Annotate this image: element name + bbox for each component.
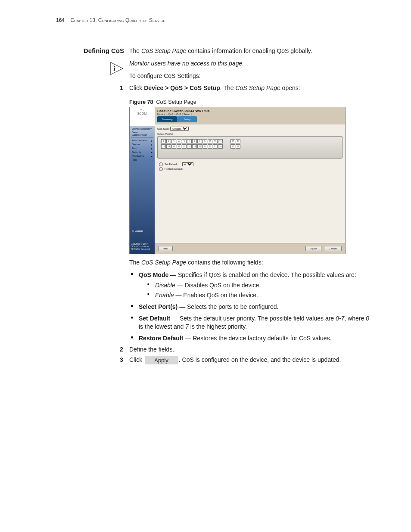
select-ports-label: Select Port(s) bbox=[155, 133, 345, 136]
port-28[interactable]: 28 bbox=[236, 144, 240, 149]
port-20[interactable]: 20 bbox=[197, 144, 202, 149]
apply-button[interactable]: Apply bbox=[305, 246, 321, 251]
tab-setup[interactable]: Setup bbox=[177, 116, 197, 122]
port-16[interactable]: 16 bbox=[177, 144, 181, 149]
port-22[interactable]: 22 bbox=[208, 144, 212, 149]
port-2[interactable]: 2 bbox=[166, 139, 171, 143]
note-text: Monitor users have no access to this pag… bbox=[129, 59, 372, 68]
port-selector[interactable]: 123456789101112 131415161718192021222324… bbox=[157, 136, 342, 159]
page-number: 164 bbox=[56, 17, 65, 23]
port-25[interactable]: 25 bbox=[230, 139, 235, 143]
field-set-default: Set Default — Sets the default user prio… bbox=[129, 314, 372, 331]
port-27[interactable]: 27 bbox=[230, 144, 235, 149]
field-qos-enable: Enable — Enables QoS on the device. bbox=[146, 291, 372, 299]
field-select-ports: Select Port(s) — Selects the ports to be… bbox=[129, 303, 372, 311]
port-21[interactable]: 21 bbox=[202, 144, 207, 149]
svg-text:i: i bbox=[113, 65, 115, 72]
port-3[interactable]: 3 bbox=[171, 139, 176, 143]
cancel-button[interactable]: Cancel bbox=[324, 246, 342, 251]
nav-help[interactable]: Help bbox=[131, 158, 153, 162]
nav-security[interactable]: Security▸ bbox=[131, 150, 153, 154]
figure-caption: Figure 78 CoS Setup Page bbox=[129, 99, 372, 105]
info-icon: i bbox=[109, 61, 124, 76]
breadcrumb: Device > QoS > CoS [ Setup ] bbox=[155, 113, 345, 116]
nav-save-config[interactable]: Save Configuration bbox=[131, 131, 153, 137]
set-default-select[interactable]: 0 bbox=[182, 162, 193, 166]
port-4[interactable]: 4 bbox=[177, 139, 181, 143]
port-23[interactable]: 23 bbox=[213, 144, 218, 149]
nav-device[interactable]: Device▸ bbox=[131, 143, 153, 146]
port-12[interactable]: 12 bbox=[218, 139, 223, 143]
copyright: Copyright © 2007 3Com Corporation. All R… bbox=[131, 243, 153, 250]
qos-mode-select[interactable]: Disable bbox=[170, 127, 189, 131]
port-18[interactable]: 18 bbox=[187, 144, 192, 149]
apply-button-inline[interactable]: Apply bbox=[145, 356, 178, 364]
device-title: Baseline Switch 2924-PWR Plus bbox=[155, 107, 345, 113]
port-6[interactable]: 6 bbox=[187, 139, 192, 143]
radio-set-default[interactable]: Set Default 0 bbox=[159, 162, 341, 167]
step-3: 3 Click Apply. CoS is configured on the … bbox=[129, 356, 372, 364]
intro-text: The CoS Setup Page contains information … bbox=[129, 47, 372, 55]
tab-summary[interactable]: Summary bbox=[157, 116, 177, 122]
port-15[interactable]: 15 bbox=[171, 144, 176, 149]
radio-restore-default[interactable]: Restore Default bbox=[159, 167, 341, 171]
logo: ෆ୧ 3COM bbox=[130, 107, 155, 126]
port-26[interactable]: 26 bbox=[236, 139, 240, 143]
port-14[interactable]: 14 bbox=[166, 144, 171, 149]
subintro-text: To configure CoS Settings: bbox=[129, 72, 372, 80]
field-qos-disable: Disable — Disables QoS on the device. bbox=[146, 281, 372, 289]
page-header: 164 Chapter 13: Configuring Quality of S… bbox=[56, 17, 372, 23]
qos-mode-label: QoS Mode bbox=[157, 128, 170, 130]
port-1[interactable]: 1 bbox=[161, 139, 166, 143]
step-1: 1 Click Device > QoS > CoS Setup. The Co… bbox=[129, 84, 372, 342]
port-7[interactable]: 7 bbox=[192, 139, 197, 143]
port-19[interactable]: 19 bbox=[192, 144, 197, 149]
nav-device-summary[interactable]: Device Summary bbox=[131, 127, 153, 131]
help-button[interactable]: Help bbox=[158, 246, 173, 251]
port-9[interactable]: 9 bbox=[202, 139, 207, 143]
port-10[interactable]: 10 bbox=[208, 139, 212, 143]
nav-port[interactable]: Port▸ bbox=[131, 146, 153, 150]
chapter-title: Chapter 13: Configuring Quality of Servi… bbox=[70, 17, 165, 23]
fields-intro: The CoS Setup Page contains the followin… bbox=[129, 258, 372, 267]
port-8[interactable]: 8 bbox=[197, 139, 202, 143]
section-heading: Defining CoS bbox=[84, 47, 124, 54]
logout-link[interactable]: ⎋ Logout bbox=[132, 230, 143, 232]
field-restore-default: Restore Default — Restores the device fa… bbox=[129, 334, 372, 342]
svg-marker-0 bbox=[111, 62, 123, 75]
port-5[interactable]: 5 bbox=[182, 139, 187, 143]
field-qos-mode: QoS Mode — Specifies if QoS is enabled o… bbox=[129, 271, 372, 300]
port-11[interactable]: 11 bbox=[213, 139, 218, 143]
port-17[interactable]: 17 bbox=[182, 144, 187, 149]
nav-admin[interactable]: Administration▸ bbox=[131, 139, 153, 143]
port-24[interactable]: 24 bbox=[218, 144, 223, 149]
step-2: 2 Define the fields. bbox=[129, 346, 372, 353]
nav-monitoring[interactable]: Monitoring▸ bbox=[131, 154, 153, 158]
screenshot: ෆ୧ 3COM Device Summary Save Configuratio… bbox=[129, 107, 346, 254]
port-13[interactable]: 13 bbox=[161, 144, 166, 149]
